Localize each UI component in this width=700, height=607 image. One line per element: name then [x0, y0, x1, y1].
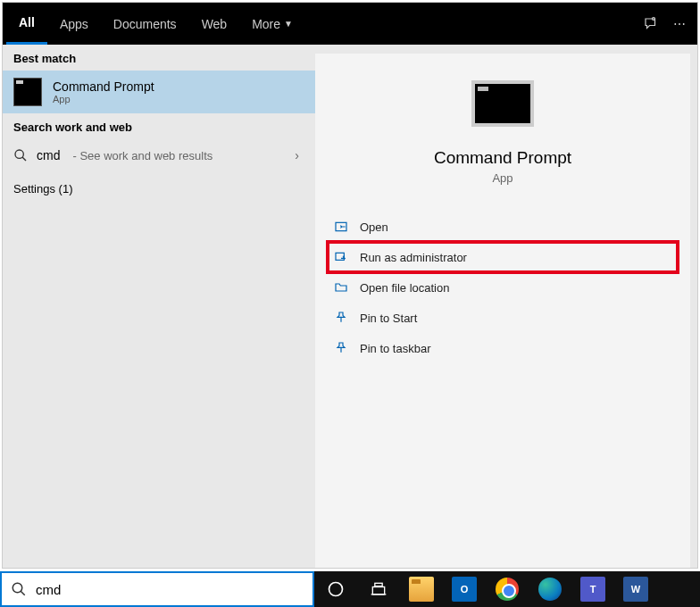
web-hint: - See work and web results	[72, 149, 212, 162]
action-label: Pin to taskbar	[360, 342, 431, 355]
svg-point-5	[12, 583, 22, 593]
result-command-prompt[interactable]: Command Prompt App	[3, 71, 315, 113]
svg-line-2	[22, 157, 26, 161]
folder-icon	[333, 279, 349, 295]
detail-subtitle: App	[492, 171, 512, 185]
search-input[interactable]	[36, 582, 304, 597]
web-search-result[interactable]: cmd - See work and web results ›	[3, 139, 315, 171]
tab-more[interactable]: More▼	[239, 3, 305, 45]
svg-point-1	[15, 150, 23, 158]
action-label: Pin to Start	[360, 312, 417, 325]
detail-pane: Command Prompt App Open Run as administr…	[315, 54, 690, 568]
detail-title: Command Prompt	[434, 148, 571, 168]
action-label: Open	[360, 220, 388, 234]
tab-documents[interactable]: Documents	[101, 3, 189, 45]
pin-icon	[333, 310, 349, 326]
teams-icon[interactable]: T	[571, 571, 614, 607]
web-query: cmd	[37, 148, 60, 162]
admin-icon	[333, 249, 349, 265]
action-pin-to-taskbar[interactable]: Pin to taskbar	[328, 333, 678, 363]
action-open-file-location[interactable]: Open file location	[328, 272, 678, 303]
chevron-right-icon: ›	[295, 148, 304, 162]
pin-icon	[333, 340, 349, 356]
more-options-icon[interactable]: ⋯	[665, 17, 694, 31]
action-run-as-administrator[interactable]: Run as administrator	[328, 242, 678, 272]
results-list: Best match Command Prompt App Search wor…	[3, 45, 315, 568]
open-icon	[333, 219, 349, 235]
svg-rect-8	[372, 587, 384, 595]
svg-rect-10	[375, 583, 382, 586]
action-label: Open file location	[360, 281, 449, 295]
settings-results[interactable]: Settings (1)	[3, 171, 315, 206]
tab-all[interactable]: All	[6, 3, 47, 45]
chrome-icon[interactable]	[486, 571, 529, 607]
action-open[interactable]: Open	[328, 212, 678, 242]
section-search-work-web: Search work and web	[3, 113, 315, 139]
command-prompt-icon	[471, 80, 534, 127]
search-icon	[11, 581, 27, 597]
word-icon[interactable]: W	[614, 571, 657, 607]
tab-web[interactable]: Web	[189, 3, 240, 45]
search-filter-tabs: All Apps Documents Web More▼ ⋯	[3, 3, 697, 45]
action-label: Run as administrator	[360, 251, 467, 264]
action-pin-to-start[interactable]: Pin to Start	[328, 303, 678, 333]
task-view-icon[interactable]	[357, 571, 400, 607]
feedback-icon[interactable]	[637, 16, 665, 32]
tab-apps[interactable]: Apps	[47, 3, 101, 45]
result-title: Command Prompt	[53, 79, 154, 94]
file-explorer-icon[interactable]	[400, 571, 443, 607]
edge-icon[interactable]	[529, 571, 571, 607]
search-icon	[13, 148, 28, 162]
svg-point-7	[329, 583, 343, 596]
command-prompt-icon	[13, 78, 42, 106]
chevron-down-icon: ▼	[284, 19, 293, 29]
result-subtitle: App	[53, 94, 154, 104]
taskbar: O T W	[0, 571, 700, 607]
taskbar-search[interactable]	[0, 571, 314, 607]
svg-rect-4	[336, 253, 344, 260]
outlook-icon[interactable]: O	[443, 571, 486, 607]
section-best-match: Best match	[3, 45, 315, 71]
svg-line-6	[21, 591, 25, 595]
cortana-icon[interactable]	[314, 571, 357, 607]
